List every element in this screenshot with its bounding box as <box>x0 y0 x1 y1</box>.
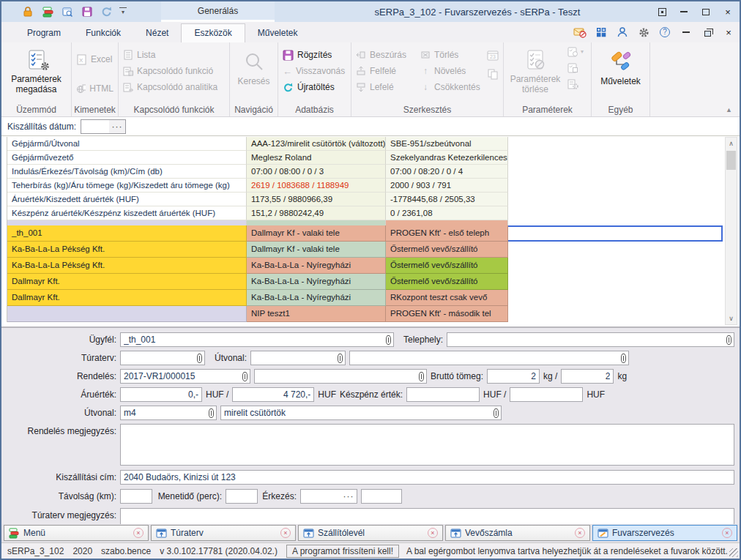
tavolsag-input[interactable] <box>121 491 152 501</box>
tab-turaterv[interactable]: Túraterv × <box>151 525 296 541</box>
ribbon-collapse-button[interactable]: ▲ <box>726 106 732 113</box>
erkezes-input2[interactable] <box>362 491 401 501</box>
param-dropdown-caret-icon[interactable]: ▾ <box>581 45 584 104</box>
route-cell[interactable]: Dallmayr Kf - valaki tele <box>247 242 386 258</box>
minimize-button[interactable] <box>678 6 690 18</box>
kereses-button[interactable]: Keresés <box>231 45 276 104</box>
user-icon[interactable] <box>616 26 629 39</box>
parameterek-megadasa-button[interactable]: Paraméterek megadása <box>3 45 70 104</box>
truck1-cell[interactable]: 07:00 / 08:00 / 0 / 3 <box>247 165 386 179</box>
settings-gear-icon[interactable] <box>637 26 650 39</box>
menetido-input[interactable] <box>226 491 257 501</box>
rendeles-input[interactable] <box>121 371 239 381</box>
tab-eszkozok[interactable]: Eszközök <box>181 23 245 42</box>
utvonal-name-input[interactable] <box>350 353 618 363</box>
aruertek-input1[interactable] <box>121 389 201 400</box>
felfele-button[interactable]: Felfelé <box>353 63 417 79</box>
paperclip-lookup-icon[interactable] <box>618 352 628 364</box>
update-notice[interactable]: A programot frissíteni kell! <box>286 545 399 558</box>
kiszallitas-datum-input[interactable] <box>81 120 109 133</box>
lefele-button[interactable]: Lefelé <box>353 79 417 95</box>
paperclip-lookup-icon[interactable] <box>239 370 250 382</box>
aruertek-input2[interactable] <box>233 389 313 400</box>
erkezes-input[interactable] <box>301 490 340 503</box>
keszpenz-input2[interactable] <box>510 389 582 400</box>
copy-icon-button[interactable] <box>487 69 499 82</box>
close-button[interactable]: × <box>722 6 734 18</box>
kiszallitas-datum-browse-button[interactable]: ··· <box>109 120 125 133</box>
utvonal2-code-input[interactable] <box>121 408 206 418</box>
paperclip-lookup-icon[interactable] <box>206 407 216 419</box>
window-search-icon[interactable] <box>60 4 75 19</box>
route-cell[interactable]: NIP teszt1 <box>247 306 386 322</box>
save-icon[interactable] <box>80 4 94 19</box>
param-manage-icon-button[interactable] <box>567 79 578 92</box>
tab-szallitolevel[interactable]: Szállítólevél × <box>298 525 443 541</box>
calendar-icon-button[interactable]: 23 <box>487 50 499 63</box>
lock-icon[interactable] <box>21 4 35 19</box>
rendeles-name-input[interactable] <box>255 371 416 381</box>
customer-cell[interactable]: Ka-Ba-La-La Pékség Kft. <box>7 242 247 258</box>
erkezes-browse-button[interactable]: ··· <box>340 490 357 503</box>
mail-warning-icon[interactable] <box>573 26 587 39</box>
tab-fuvarszervezes[interactable]: Fuvarszervezés × <box>592 525 737 541</box>
kapcsolodo-funkcio-button[interactable]: Kapcsolódó funkció <box>120 63 228 79</box>
customer-cell[interactable]: Ka-Ba-La-La Pékség Kft. <box>7 258 247 274</box>
customer-cell[interactable] <box>7 306 247 322</box>
brutto-tomeg-input1[interactable] <box>488 371 539 381</box>
turaterv-input[interactable] <box>121 353 194 363</box>
fullscreen-button[interactable] <box>656 6 668 18</box>
html-button[interactable]: HTML <box>73 81 116 97</box>
tab-close-icon[interactable]: × <box>280 528 291 538</box>
qat-customize-icon[interactable]: ▾ <box>119 7 127 16</box>
partner-cell[interactable]: PROGEN Kft' - második tel <box>386 306 508 322</box>
torles-button[interactable]: Törlés <box>417 47 485 63</box>
partner-cell[interactable]: PROGEN Kft' - első teleph <box>386 225 508 242</box>
param-load-icon-button[interactable] <box>567 63 578 75</box>
csokkentes-button[interactable]: ↓ Csökkentés <box>417 79 485 95</box>
truck2-cell[interactable]: 2000 / 903 / 791 <box>386 179 508 193</box>
tab-nezet[interactable]: Nézet <box>133 24 181 42</box>
kiszallitasi-cim-input[interactable] <box>121 472 734 482</box>
rogzites-button[interactable]: Rögzítés <box>280 47 349 63</box>
partner-cell[interactable]: Őstermelő vevő/szállító <box>386 274 508 290</box>
truck1-overweight-cell[interactable]: 2619 / 1083688 / 1188949 <box>247 179 386 193</box>
scrollbar-thumb[interactable] <box>726 151 736 170</box>
customer-cell[interactable]: _th_001 <box>7 225 247 242</box>
route-cell[interactable]: Ka-Ba-La-La - Nyíregyházi <box>247 258 386 274</box>
help-icon[interactable]: ? <box>658 26 671 39</box>
paperclip-lookup-icon[interactable] <box>416 370 426 382</box>
truck1-cell[interactable]: Meglesz Roland <box>247 151 386 165</box>
turaterv-megjegyzes-textarea[interactable] <box>120 508 734 526</box>
mdi-restore-button[interactable] <box>701 26 714 39</box>
paperclip-lookup-icon[interactable] <box>723 334 734 346</box>
beszuras-button[interactable]: Beszúrás <box>353 47 417 63</box>
tab-program[interactable]: Program <box>15 24 73 42</box>
truck2-cell[interactable]: -1778445,68 / 2505,33 <box>386 193 508 206</box>
grid-vertical-scrollbar[interactable]: ∧ ∨ <box>725 137 737 325</box>
tab-menu[interactable]: Menü × <box>4 525 149 541</box>
kapcsolodo-analitika-button[interactable]: Kapcsolódó analitika <box>120 79 228 95</box>
route-cell[interactable]: Ka-Ba-La-La - Nyíregyházi <box>247 274 386 290</box>
partner-cell[interactable]: RKozpont teszt csak vevő <box>386 290 508 306</box>
truck1-cell[interactable]: 1173,55 / 9880966,39 <box>247 193 386 206</box>
customer-cell[interactable]: Dallmayr Kft. <box>7 274 247 290</box>
partner-cell[interactable]: Őstermelő vevő/szállító <box>386 258 508 274</box>
utvonal2-name-input[interactable] <box>221 408 491 418</box>
truck1-cell[interactable]: 151,2 / 9880242,49 <box>247 206 386 220</box>
utvonal-input[interactable] <box>251 353 335 363</box>
paperclip-lookup-icon[interactable] <box>194 352 204 364</box>
tab-close-icon[interactable]: × <box>133 528 144 538</box>
noveles-button[interactable]: ↑ Növelés <box>417 63 485 79</box>
excel-button[interactable]: X Excel <box>73 51 116 67</box>
parameterek-torlese-button[interactable]: Paraméterek törlése <box>505 45 565 104</box>
partner-cell[interactable]: Őstermelő vevő/szállító <box>386 242 508 258</box>
paperclip-lookup-icon[interactable] <box>383 334 393 346</box>
muveletek-button[interactable]: Műveletek <box>593 45 648 104</box>
tab-close-icon[interactable]: × <box>428 528 438 538</box>
tab-vevoszamla[interactable]: Vevőszámla × <box>445 525 590 541</box>
refresh-icon[interactable] <box>100 4 114 19</box>
tab-funkciok[interactable]: Funkciók <box>73 24 133 42</box>
mdi-minimize-button[interactable] <box>679 26 693 39</box>
paperclip-lookup-icon[interactable] <box>491 407 501 419</box>
